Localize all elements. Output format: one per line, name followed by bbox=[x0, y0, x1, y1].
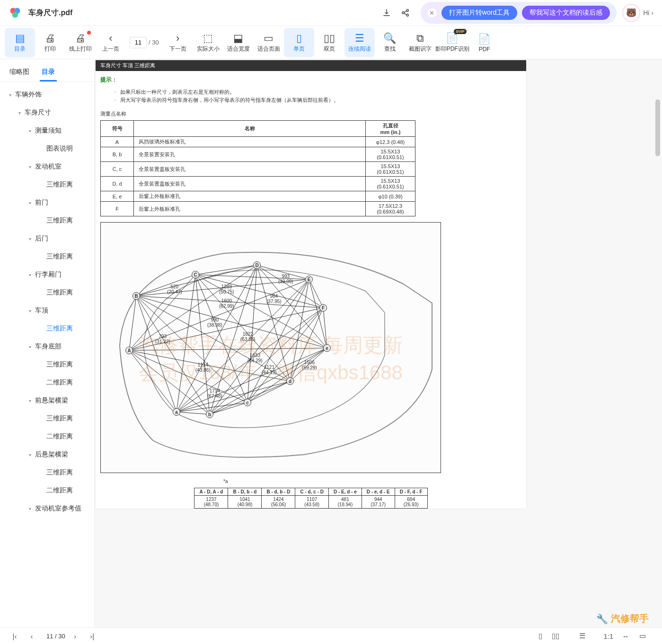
toc-item[interactable]: 三维距离 bbox=[0, 356, 94, 374]
svg-line-51 bbox=[177, 412, 210, 414]
table-row: A风挡玻璃外板标准孔φ12.3 (0.48) bbox=[101, 137, 415, 147]
measure-point: b bbox=[206, 411, 213, 418]
ocr-pdf-button[interactable]: SVIP📄影印PDF识别 bbox=[435, 28, 469, 57]
find-button[interactable]: 🔍查找 bbox=[375, 28, 405, 57]
tip-list: 如果只标出一种尺寸，则表示左右是互相对称的。 用大写字母表示的符号指车身右侧，用… bbox=[115, 89, 521, 104]
view-continuous-icon[interactable]: ☰ bbox=[576, 630, 588, 642]
close-icon[interactable]: ✕ bbox=[427, 8, 437, 18]
file-name: 车身尺寸.pdf bbox=[28, 8, 373, 18]
svg-point-2 bbox=[12, 12, 18, 18]
toc-item[interactable]: 三维距离 bbox=[0, 284, 94, 302]
next-page-icon[interactable]: › bbox=[69, 630, 81, 642]
scrollbar[interactable] bbox=[653, 59, 662, 627]
tab-toc[interactable]: 目录 bbox=[40, 64, 57, 81]
badge-dot bbox=[87, 31, 91, 35]
toc-item[interactable]: 三维距离 bbox=[0, 320, 94, 338]
toc-item[interactable]: ▾后悬架横梁 bbox=[0, 446, 94, 464]
share-icon[interactable] bbox=[400, 7, 411, 18]
last-page-icon[interactable]: ›| bbox=[86, 630, 98, 642]
toc-item[interactable]: 二维距离 bbox=[0, 428, 94, 446]
promo-summary-button[interactable]: 帮我写这个文档的读后感 bbox=[522, 6, 610, 20]
dimension-label: 964(37.95) bbox=[266, 294, 282, 304]
dimension-label: 793(31.22) bbox=[155, 334, 170, 344]
svg-line-25 bbox=[195, 265, 257, 275]
footnote-marker: *a bbox=[223, 479, 526, 484]
dimension-label: 1622(63.86) bbox=[240, 331, 256, 342]
tab-thumbnail[interactable]: 缩略图 bbox=[8, 64, 31, 81]
fit-page-button[interactable]: ▭适合页面 bbox=[254, 28, 284, 57]
dimension-label: 990(38.98) bbox=[207, 317, 222, 328]
single-page-button[interactable]: ▯单页 bbox=[284, 28, 314, 57]
table-row: D, d全景装置盖板安装孔15.5X13 (0.61X0.51) bbox=[101, 177, 415, 191]
toc-item[interactable]: ▾发动机室参考值 bbox=[0, 500, 94, 518]
actual-size-button[interactable]: ⬚实际大小 bbox=[193, 28, 223, 57]
pdf-button[interactable]: 📄PDF bbox=[469, 28, 500, 57]
zoom-actual-icon[interactable]: 1:1 bbox=[602, 630, 615, 642]
download-icon[interactable] bbox=[381, 7, 392, 18]
measure-point: a bbox=[173, 408, 180, 416]
zoom-fit-icon[interactable]: ↔ bbox=[619, 630, 632, 642]
toc-item[interactable]: 三维距离 bbox=[0, 212, 94, 230]
measure-point: c bbox=[244, 399, 251, 406]
measure-point: F bbox=[319, 304, 327, 312]
svg-line-55 bbox=[210, 402, 247, 414]
fit-width-button[interactable]: ⬓适合宽度 bbox=[223, 28, 254, 57]
chevron-icon: ▾ bbox=[26, 308, 33, 313]
toc-item[interactable]: ▾车身尺寸 bbox=[0, 104, 94, 122]
first-page-icon[interactable]: |‹ bbox=[9, 630, 21, 642]
svg-line-40 bbox=[309, 279, 323, 308]
toc-item[interactable]: ▾车顶 bbox=[0, 302, 94, 320]
svg-line-27 bbox=[195, 275, 323, 308]
toc-item[interactable]: ▾前门 bbox=[0, 194, 94, 212]
toc-item[interactable]: ▾后门 bbox=[0, 230, 94, 248]
toc-item[interactable]: 图表说明 bbox=[0, 140, 94, 158]
toc-item[interactable]: 三维距离 bbox=[0, 248, 94, 266]
measure-point: D bbox=[253, 261, 261, 269]
dimension-label: 1114(43.86) bbox=[195, 362, 211, 373]
print-button[interactable]: 🖨打印 bbox=[35, 28, 65, 57]
zoom-page-icon[interactable]: ▭ bbox=[636, 630, 649, 642]
avatar[interactable]: 🐻 bbox=[622, 4, 640, 22]
chevron-icon: ▾ bbox=[26, 506, 33, 511]
chevron-icon: ▾ bbox=[26, 200, 33, 206]
catalog-button[interactable]: ▤目录 bbox=[5, 28, 35, 57]
view-single-icon[interactable]: ▯ bbox=[534, 630, 547, 642]
prev-page-icon[interactable]: ‹ bbox=[26, 630, 38, 642]
next-page-button[interactable]: ›下一页 bbox=[163, 28, 193, 57]
toc-item[interactable]: 三维距离 bbox=[0, 410, 94, 428]
ocr-button[interactable]: ⧉截图识字 bbox=[405, 28, 435, 57]
measure-point: e bbox=[323, 344, 331, 352]
toc-item[interactable]: ▾车身底部 bbox=[0, 338, 94, 356]
chevron-icon: ▾ bbox=[16, 110, 23, 116]
toc-item[interactable]: ▾前悬架横梁 bbox=[0, 392, 94, 410]
toc-item[interactable]: ▾发动机室 bbox=[0, 158, 94, 176]
toc-item[interactable]: 二维距离 bbox=[0, 374, 94, 392]
distance-table: A - D, A - dB - D, b - dB - d, b - DC - … bbox=[194, 488, 427, 509]
continuous-button[interactable]: ☰连续阅读 bbox=[344, 28, 375, 57]
page-input[interactable] bbox=[130, 37, 147, 48]
chevron-icon: ▾ bbox=[26, 128, 33, 134]
toc-item[interactable]: ▾测量须知 bbox=[0, 122, 94, 140]
table-row: F后窗上外板标准孔17.5X12.3 (0.69X0.48) bbox=[101, 202, 415, 216]
dimension-label: 1600(62.99) bbox=[219, 298, 234, 309]
table-row: B, b全景装置安装孔15.5X13 (0.61X0.51) bbox=[101, 147, 415, 162]
online-print-button[interactable]: 🖨线上打印 bbox=[65, 28, 96, 57]
chevron-icon: ▾ bbox=[26, 272, 33, 277]
view-double-icon[interactable]: ▯▯ bbox=[549, 630, 562, 642]
promo-word-button[interactable]: 打开图片转word工具 bbox=[441, 6, 517, 20]
dimension-label: 1506(59.29) bbox=[302, 360, 317, 370]
prev-page-button[interactable]: ‹上一页 bbox=[96, 28, 126, 57]
double-page-button[interactable]: ▯▯双页 bbox=[314, 28, 344, 57]
toc-item[interactable]: 三维距离 bbox=[0, 464, 94, 482]
measure-point: d bbox=[286, 377, 294, 385]
app-logo bbox=[9, 6, 22, 19]
footer-page: 11 / 30 bbox=[46, 633, 65, 640]
dimension-label: 993(39.09) bbox=[278, 274, 293, 284]
toc-item[interactable]: 三维距离 bbox=[0, 176, 94, 194]
toc-item[interactable]: ▾车辆外饰 bbox=[0, 86, 94, 104]
dimension-label: 520(20.47) bbox=[167, 284, 182, 295]
chevron-icon: ▾ bbox=[26, 398, 33, 403]
toc-item[interactable]: 二维距离 bbox=[0, 482, 94, 500]
table-row: C, c全景装置盖板安装孔15.5X13 (0.61X0.51) bbox=[101, 162, 415, 177]
toc-item[interactable]: ▾行李厢门 bbox=[0, 266, 94, 284]
